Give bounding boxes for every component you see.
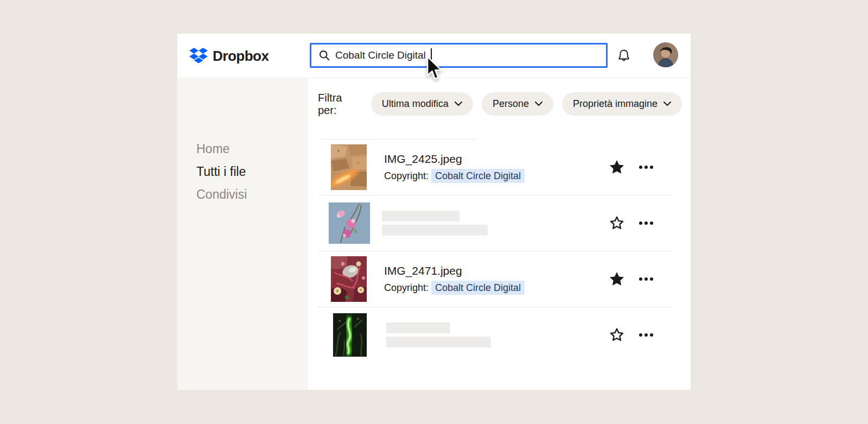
ellipsis-icon — [639, 222, 642, 225]
user-avatar[interactable] — [653, 42, 678, 67]
more-options-button[interactable] — [635, 157, 657, 177]
filter-chip-image-properties[interactable]: Proprietà immagine — [562, 92, 682, 116]
filter-bar: Filtra per: Ultima modifica Persone Prop… — [318, 92, 691, 116]
logo-wordmark: Dropbox — [213, 48, 269, 65]
file-copyright-line: Copyright: Cobalt Circle Digital — [384, 170, 607, 182]
star-button[interactable] — [607, 157, 627, 177]
filter-chip-people[interactable]: Persone — [482, 92, 553, 116]
more-options-button[interactable] — [635, 269, 657, 289]
star-outline-icon — [609, 215, 625, 231]
placeholder-bar — [382, 211, 459, 222]
star-filled-icon — [608, 159, 626, 176]
placeholder-bar — [386, 337, 491, 347]
search-query-text: Cobalt Circle Digital — [335, 49, 426, 61]
copyright-label: Copyright: — [384, 282, 429, 293]
thumbnail-cell — [333, 313, 386, 357]
more-options-button[interactable] — [635, 213, 657, 233]
thumbnail-image[interactable] — [331, 256, 367, 302]
sidebar-item-all-files[interactable]: Tutti i file — [196, 160, 308, 183]
search-results-list: IMG_2425.jpeg Copyright: Cobalt Circle D… — [318, 139, 672, 363]
copyright-match-highlight: Cobalt Circle Digital — [431, 281, 525, 295]
bell-icon — [616, 48, 632, 64]
star-button[interactable] — [607, 269, 627, 289]
star-filled-icon — [608, 270, 626, 288]
placeholder-text — [382, 211, 607, 236]
chip-label: Persone — [493, 98, 529, 110]
filter-chip-last-modified[interactable]: Ultima modifica — [371, 92, 473, 116]
dropbox-logo[interactable]: Dropbox — [189, 34, 269, 78]
star-button[interactable] — [607, 213, 627, 233]
chevron-down-icon — [663, 102, 671, 106]
notifications-button[interactable] — [616, 48, 632, 64]
file-copyright-line: Copyright: Cobalt Circle Digital — [384, 282, 607, 294]
search-icon — [319, 50, 330, 61]
ellipsis-icon — [639, 333, 642, 337]
file-info: IMG_2471.jpeg Copyright: Cobalt Circle D… — [384, 264, 607, 294]
thumbnail-image[interactable] — [331, 144, 367, 190]
placeholder-text — [386, 322, 607, 347]
chip-label: Proprietà immagine — [573, 98, 658, 110]
app-header: Dropbox Cobalt Circle Digital — [177, 34, 691, 78]
main-content: Filtra per: Ultima modifica Persone Prop… — [308, 78, 691, 390]
thumbnail-image[interactable] — [329, 202, 370, 244]
more-options-button[interactable] — [635, 325, 657, 345]
file-row-img-2425[interactable]: IMG_2425.jpeg Copyright: Cobalt Circle D… — [318, 139, 672, 195]
file-info: IMG_2425.jpeg Copyright: Cobalt Circle D… — [384, 153, 607, 182]
placeholder-bar — [386, 322, 450, 333]
copyright-label: Copyright: — [384, 170, 429, 181]
dropbox-logo-icon — [189, 48, 208, 65]
ellipsis-icon — [639, 166, 642, 169]
text-caret — [431, 48, 432, 62]
sidebar: Home Tutti i file Condivisi — [177, 78, 308, 390]
star-button[interactable] — [607, 325, 627, 345]
file-name: IMG_2471.jpeg — [384, 264, 607, 277]
ellipsis-icon — [639, 277, 642, 281]
thumbnail-image[interactable] — [333, 313, 367, 357]
file-row-placeholder[interactable] — [318, 307, 672, 363]
file-row-placeholder[interactable] — [318, 195, 672, 251]
avatar-photo — [653, 42, 678, 67]
chevron-down-icon — [535, 102, 542, 106]
thumbnail-cell — [329, 202, 382, 244]
placeholder-bar — [382, 225, 488, 236]
filter-label: Filtra per: — [318, 92, 361, 117]
file-row-img-2471[interactable]: IMG_2471.jpeg Copyright: Cobalt Circle D… — [318, 251, 672, 307]
app-body: Home Tutti i file Condivisi Filtra per: … — [177, 78, 691, 390]
chip-label: Ultima modifica — [382, 98, 449, 110]
chevron-down-icon — [455, 102, 462, 106]
dropbox-app-window: Dropbox Cobalt Circle Digital — [177, 34, 691, 390]
file-name: IMG_2425.jpeg — [384, 153, 607, 166]
thumbnail-cell — [331, 144, 384, 190]
thumbnail-cell — [331, 256, 384, 302]
sidebar-item-home[interactable]: Home — [196, 137, 308, 160]
sidebar-item-shared[interactable]: Condivisi — [196, 183, 308, 206]
page-background: Dropbox Cobalt Circle Digital — [0, 0, 868, 424]
search-input[interactable]: Cobalt Circle Digital — [310, 43, 608, 68]
star-outline-icon — [609, 327, 625, 343]
copyright-match-highlight: Cobalt Circle Digital — [431, 169, 525, 183]
